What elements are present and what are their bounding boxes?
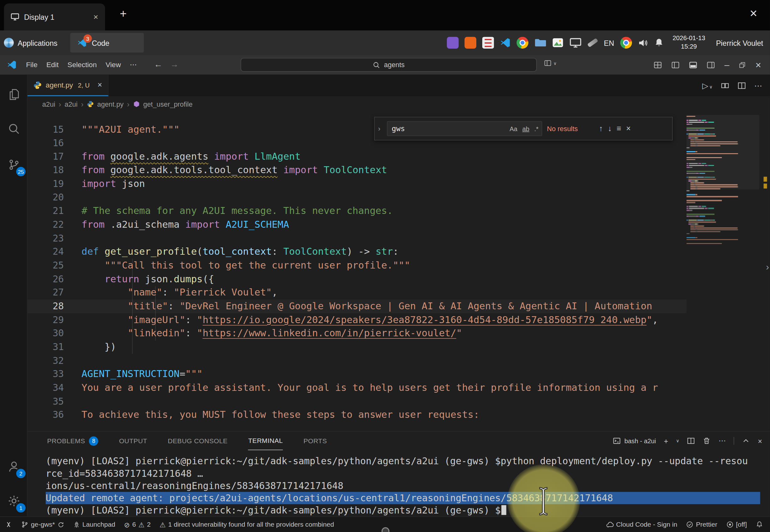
code-line[interactable]: 19import json — [28, 177, 687, 191]
terminal-line-selected[interactable]: Updated remote agent: projects/a2ui-agen… — [46, 492, 760, 504]
sidebar-item-source-control[interactable]: 25 — [0, 152, 28, 177]
tray-app-orange-icon[interactable] — [464, 37, 476, 49]
terminal-instance[interactable]: bash - a2ui — [612, 437, 656, 445]
terminal-output[interactable]: (myenv) [LOAS2] pierrick@pierrick:~/git/… — [28, 450, 770, 516]
new-terminal-button[interactable]: + — [664, 437, 668, 445]
terminal-line[interactable]: ions/us-central1/reasoningEngines/583463… — [46, 480, 760, 492]
sidebar-item-accounts[interactable]: 2 — [0, 454, 28, 479]
back-button[interactable]: ← — [154, 60, 163, 70]
run-python-file-button[interactable]: ▷ ∨ — [702, 81, 713, 90]
notifications-bell-icon[interactable] — [756, 521, 763, 528]
command-center-aux-button[interactable]: ∨ — [544, 59, 557, 67]
kill-terminal-icon[interactable] — [703, 437, 711, 445]
tab-ports[interactable]: PORTS — [303, 432, 327, 450]
panel-more-icon[interactable]: ⋯ — [719, 436, 726, 445]
terminal-dropdown-icon[interactable]: ∨ — [676, 439, 679, 444]
taskbar-window-code[interactable]: 3 Code — [70, 33, 144, 53]
tray-image-viewer-icon[interactable] — [552, 37, 564, 49]
breadcrumb-item-a2ui-2[interactable]: a2ui — [65, 100, 78, 108]
code-line[interactable]: 32 — [28, 354, 687, 367]
find-previous-icon[interactable]: ↑ — [599, 124, 603, 133]
code-line[interactable]: 27 "name": "Pierrick Voulet", — [28, 286, 687, 299]
breadcrumb-item-a2ui[interactable]: a2ui — [42, 100, 55, 108]
applications-menu[interactable]: Applications — [18, 39, 57, 47]
code-line[interactable]: 31 }) — [28, 340, 687, 354]
tab-problems[interactable]: PROBLEMS 8 — [47, 432, 98, 450]
code-line[interactable]: 25 """Call this tool to get the current … — [28, 259, 687, 272]
tray-chrome-icon[interactable] — [516, 37, 528, 49]
close-panel-icon[interactable]: × — [758, 437, 762, 445]
menu-more-icon[interactable]: ⋯ — [125, 59, 141, 71]
tab-close-icon[interactable]: × — [98, 81, 102, 89]
vulnerability-status[interactable]: ⚠ 1 direct vulnerability found for all t… — [160, 521, 334, 529]
menu-selection[interactable]: Selection — [63, 59, 101, 71]
remote-indicator[interactable] — [5, 521, 12, 528]
toggle-replace-icon[interactable]: › — [377, 125, 382, 133]
code-line[interactable]: 23 — [28, 231, 687, 245]
find-in-selection-icon[interactable]: ≡ — [617, 124, 621, 133]
menu-file[interactable]: File — [22, 59, 42, 71]
menu-edit[interactable]: Edit — [42, 59, 63, 71]
window-minimize-icon[interactable]: – — [725, 60, 730, 70]
code-line[interactable]: 18from google.adk.tools.tool_context imp… — [28, 163, 687, 177]
tray-app-notes-icon[interactable] — [482, 37, 494, 49]
keyboard-layout-indicator[interactable]: EN — [604, 39, 614, 47]
whole-word-button[interactable]: ab — [522, 125, 529, 132]
sidebar-item-settings[interactable]: 1 — [0, 488, 28, 513]
remote-viewer-close-icon[interactable]: × — [750, 6, 757, 21]
breadcrumb-item-agent-py[interactable]: agent.py — [97, 100, 124, 108]
display-tab[interactable]: Display 1 × — [4, 3, 105, 30]
code-line[interactable]: 20 — [28, 191, 687, 204]
tray-app-purple-icon[interactable] — [447, 37, 459, 49]
code-line[interactable]: 28 "title": "DevRel Engineer @ Google Wo… — [28, 300, 687, 313]
code-line[interactable]: 35 — [28, 395, 687, 408]
editor-more-actions-icon[interactable]: ⋯ — [754, 81, 762, 90]
tray-vscode-icon[interactable] — [500, 37, 511, 48]
code-line[interactable]: 29 "imageUrl": "https://io.google/2024/s… — [28, 313, 687, 327]
volume-icon[interactable] — [638, 38, 648, 48]
tab-output[interactable]: OUTPUT — [119, 432, 147, 450]
tray-tool-icon[interactable] — [587, 38, 598, 47]
toggle-panel-icon[interactable] — [689, 61, 698, 69]
code-line[interactable]: 17from google.adk.agents import LlmAgent — [28, 150, 687, 163]
sidebar-item-search[interactable] — [0, 116, 28, 141]
git-branch-status[interactable]: ge-gws* — [21, 521, 64, 528]
code-editor[interactable]: 15"""A2UI agent."""1617from google.adk.a… — [28, 112, 770, 431]
tab-terminal[interactable]: TERMINAL — [248, 432, 283, 450]
minimap[interactable] — [687, 116, 759, 430]
clock[interactable]: 2026-01-13 15:29 — [672, 35, 705, 51]
window-restore-icon[interactable] — [739, 61, 746, 68]
tray-chromium-icon[interactable] — [620, 37, 632, 49]
tab-debug-console[interactable]: DEBUG CONSOLE — [168, 432, 227, 450]
code-line[interactable]: 34You are a user profile assistant. Your… — [28, 381, 687, 395]
toggle-sidebar-icon[interactable] — [671, 61, 680, 69]
code-line[interactable]: 24def get_user_profile(tool_context: Too… — [28, 245, 687, 258]
forward-button[interactable]: → — [170, 60, 179, 70]
split-terminal-icon[interactable] — [687, 437, 695, 445]
command-center-search[interactable]: agents — [241, 58, 537, 72]
code-line[interactable]: 33AGENT_INSTRUCTION=""" — [28, 367, 687, 381]
code-line[interactable]: 30 "linkedin": "https://www.linkedin.com… — [28, 327, 687, 340]
close-find-icon[interactable]: × — [626, 124, 631, 133]
extension-off-status[interactable]: [off] — [726, 521, 747, 528]
sidebar-item-explorer[interactable] — [0, 82, 28, 107]
code-line[interactable]: 21# The schema for any A2UI message. Thi… — [28, 204, 687, 218]
terminal-line[interactable]: (myenv) [LOAS2] pierrick@pierrick:~/git/… — [46, 455, 760, 467]
notifications-bell-icon[interactable] — [654, 38, 664, 48]
tray-display-icon[interactable] — [569, 37, 581, 49]
display-tab-close-icon[interactable]: × — [93, 12, 98, 22]
toggle-secondary-sidebar-icon[interactable] — [707, 61, 715, 69]
prettier-status[interactable]: Prettier — [686, 521, 717, 528]
tab-agent-py[interactable]: agent.py 2, U × — [28, 75, 109, 96]
terminal-line[interactable]: rce_id=5834638717142171648 … — [46, 467, 760, 480]
code-line[interactable]: 36To achieve this, you MUST follow these… — [28, 408, 687, 422]
find-input[interactable]: gws Aa ab .* — [387, 121, 542, 136]
vscode-logo-icon[interactable] — [7, 60, 17, 70]
new-display-tab-button[interactable]: + — [120, 7, 127, 21]
maximize-panel-icon[interactable] — [742, 437, 750, 445]
split-editor-icon[interactable] — [738, 81, 746, 90]
terminal-line[interactable]: ◆(myenv) [LOAS2] pierrick@pierrick:~/git… — [46, 504, 760, 516]
problems-status[interactable]: ⊘ 6 ⚠ 2 — [124, 521, 151, 529]
find-next-icon[interactable]: ↓ — [608, 124, 612, 133]
regex-button[interactable]: .* — [534, 125, 539, 132]
